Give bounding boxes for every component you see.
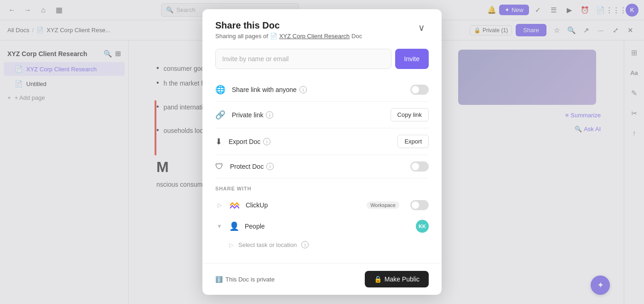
invite-row: Invite bbox=[215, 49, 429, 69]
export-doc-option: ⬇ Export Doc i Export bbox=[215, 128, 429, 155]
private-link-label: Private link i bbox=[232, 111, 384, 119]
protect-doc-toggle-switch[interactable] bbox=[410, 161, 429, 172]
lock-public-icon: 🔒 bbox=[374, 275, 382, 283]
workspace-tag: Workspace bbox=[367, 201, 399, 209]
modal-title-area: Share this Doc Sharing all pages of 📄 XY… bbox=[215, 20, 362, 40]
copy-link-button[interactable]: Copy link bbox=[391, 108, 429, 121]
modal-subtitle: Sharing all pages of 📄 XYZ Corp Client R… bbox=[215, 33, 362, 40]
private-link-text: Private link i bbox=[232, 111, 384, 119]
modal-subtitle-doc-icon: 📄 bbox=[270, 33, 277, 40]
people-icon: 👤 bbox=[229, 221, 239, 231]
protect-doc-option: 🛡 Protect Doc i bbox=[215, 155, 429, 178]
share-link-label: Share link with anyone i bbox=[232, 86, 404, 93]
modal-backdrop: Share this Doc Sharing all pages of 📄 XY… bbox=[0, 0, 644, 304]
shield-icon: 🛡 bbox=[215, 162, 224, 172]
share-link-text: Share link with anyone i bbox=[232, 86, 404, 93]
protect-doc-toggle bbox=[410, 161, 429, 172]
select-task-row: ▷ Select task or location i bbox=[215, 237, 429, 252]
make-public-button[interactable]: 🔒 Make Public bbox=[365, 271, 429, 287]
clickup-toggle-switch[interactable] bbox=[410, 200, 429, 210]
people-expand-icon[interactable]: ▼ bbox=[215, 222, 224, 230]
select-task-info-icon[interactable]: i bbox=[301, 241, 309, 248]
people-name: People bbox=[245, 223, 410, 230]
share-with-header: Share With bbox=[215, 178, 429, 195]
clickup-expand-icon[interactable]: ▷ bbox=[215, 201, 224, 209]
protect-doc-info-icon[interactable]: i bbox=[266, 163, 274, 170]
private-link-option: 🔗 Private link i Copy link bbox=[215, 102, 429, 128]
protect-doc-label: Protect Doc i bbox=[230, 163, 404, 170]
protect-doc-text: Protect Doc i bbox=[230, 163, 404, 170]
lock-footer-icon: ℹ️ bbox=[215, 276, 223, 283]
export-doc-info-icon[interactable]: i bbox=[263, 138, 270, 145]
share-link-info-icon[interactable]: i bbox=[299, 86, 307, 93]
share-link-toggle-switch[interactable] bbox=[410, 85, 429, 95]
modal-subtitle-suffix: Doc bbox=[351, 33, 362, 40]
invite-input[interactable] bbox=[215, 49, 391, 69]
modal-subtitle-prefix: Sharing all pages of bbox=[215, 33, 268, 40]
link-icon: 🔗 bbox=[215, 110, 225, 120]
share-modal: Share this Doc Sharing all pages of 📄 XY… bbox=[202, 9, 442, 295]
modal-footer: ℹ️ This Doc is private 🔒 Make Public bbox=[202, 263, 442, 295]
people-avatar: KK bbox=[416, 220, 429, 233]
modal-body: Invite 🌐 Share link with anyone i 🔗 bbox=[202, 45, 442, 263]
globe-icon: 🌐 bbox=[215, 85, 225, 95]
clickup-name: ClickUp bbox=[246, 201, 361, 209]
modal-title: Share this Doc bbox=[215, 20, 362, 31]
share-link-option: 🌐 Share link with anyone i bbox=[215, 78, 429, 102]
download-icon: ⬇ bbox=[215, 137, 222, 147]
modal-header: Share this Doc Sharing all pages of 📄 XY… bbox=[202, 9, 442, 45]
export-doc-text: Export Doc i bbox=[229, 138, 391, 145]
clickup-logo-icon bbox=[229, 200, 240, 211]
export-button[interactable]: Export bbox=[397, 135, 429, 148]
share-link-toggle bbox=[410, 85, 429, 95]
share-with-people: ▼ 👤 People KK bbox=[215, 215, 429, 237]
private-link-info-icon[interactable]: i bbox=[266, 111, 273, 119]
modal-private-label: ℹ️ This Doc is private bbox=[215, 276, 275, 283]
select-task-expand-icon[interactable]: ▷ bbox=[229, 241, 234, 248]
private-text: This Doc is private bbox=[225, 276, 275, 283]
modal-collapse-button[interactable]: ∨ bbox=[414, 20, 429, 35]
select-task-link[interactable]: Select task or location bbox=[238, 241, 297, 248]
invite-button[interactable]: Invite bbox=[395, 49, 429, 69]
export-action: Export bbox=[397, 135, 429, 148]
copy-link-action: Copy link bbox=[391, 108, 429, 121]
modal-subtitle-doc: XYZ Corp Client Research bbox=[279, 33, 350, 40]
share-with-clickup: ▷ ClickUp Workspace bbox=[215, 195, 429, 215]
export-doc-label: Export Doc i bbox=[229, 138, 391, 145]
